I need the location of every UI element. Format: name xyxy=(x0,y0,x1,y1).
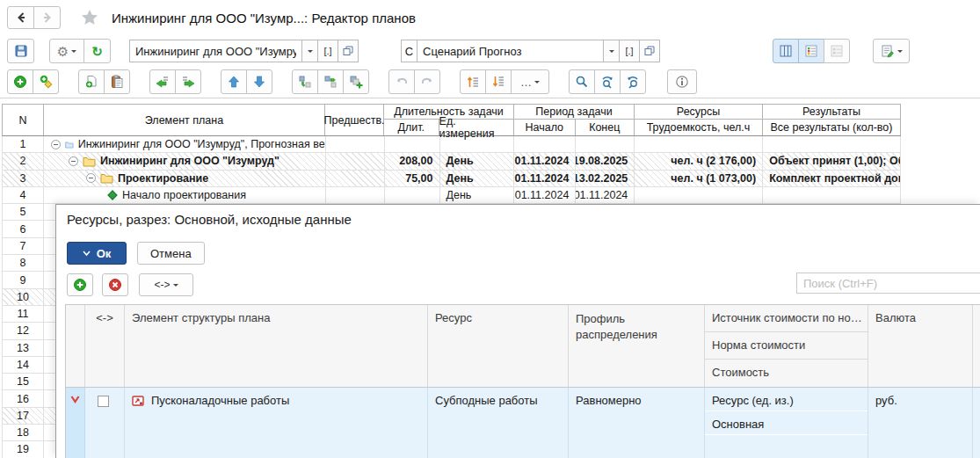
dialog-delete-button[interactable] xyxy=(102,273,128,296)
header-currency[interactable]: Валюта xyxy=(868,305,973,387)
row-number: 15 xyxy=(3,374,44,389)
info-button[interactable] xyxy=(667,69,697,94)
view-columns-button[interactable] xyxy=(773,39,799,63)
colored-list-view-icon xyxy=(804,44,818,58)
header-unit[interactable]: Ед. измерения xyxy=(439,120,513,135)
plan-open-button[interactable] xyxy=(338,40,359,62)
chevron-down-icon xyxy=(534,81,540,84)
row-number: 18 xyxy=(3,425,44,440)
add-group xyxy=(7,69,59,94)
header-duration-group[interactable]: Длительность задачи Длит. Ед. измерения xyxy=(384,105,514,135)
sort-ascending-button[interactable] xyxy=(460,69,486,94)
redo-button[interactable] xyxy=(414,69,440,94)
row-element-cell: Пусконаладочные работы xyxy=(125,388,428,458)
scenario-select-button[interactable]: [.] xyxy=(619,40,640,62)
save-button[interactable] xyxy=(7,39,34,63)
header-profile[interactable]: Профиль распределения xyxy=(569,305,705,387)
collapse-toggle[interactable] xyxy=(51,140,61,149)
header-predecessor[interactable]: Предшеств. xyxy=(325,105,384,135)
move-up-button[interactable] xyxy=(221,69,247,94)
search-icon xyxy=(575,75,589,89)
header-results[interactable]: Все результаты (кол-во) xyxy=(763,120,900,135)
scenario-open-button[interactable] xyxy=(639,40,660,62)
search-previous-button[interactable] xyxy=(620,69,646,94)
table-row[interactable]: 3 Проектирование 75,00 День 01.11.2024 1… xyxy=(2,171,901,187)
indent-button[interactable] xyxy=(175,69,201,94)
copy-button[interactable] xyxy=(78,69,105,94)
table-row[interactable]: 2 Инжиниринг для ООО "Изумруд" 208,00 Де… xyxy=(2,153,901,170)
search-button[interactable] xyxy=(569,69,595,94)
view-compact-button[interactable] xyxy=(824,39,850,63)
paste-button[interactable] xyxy=(104,69,130,94)
indent-group xyxy=(149,69,201,94)
add-to-group-button[interactable] xyxy=(343,69,369,94)
header-resource[interactable]: Ресурс xyxy=(428,305,569,387)
refresh-icon: ↻ xyxy=(91,45,103,58)
table-row[interactable]: 1 Инжиниринг для ООО "Изумруд", Прогнозн… xyxy=(2,136,901,153)
header-end[interactable]: Конец xyxy=(576,120,635,135)
add-row-button[interactable] xyxy=(7,69,33,94)
collapse-toggle[interactable] xyxy=(86,173,96,183)
back-button[interactable] xyxy=(7,6,34,29)
work-task-icon xyxy=(132,395,145,407)
ok-button[interactable]: Ок xyxy=(67,242,127,265)
view-list-button[interactable] xyxy=(798,39,824,63)
table-row[interactable]: 4 Начало проектирования День 01.11.2024 … xyxy=(2,187,901,204)
dialog-add-button[interactable] xyxy=(67,273,93,296)
settings-button[interactable]: ⚙ xyxy=(49,39,84,63)
row-number: 8 xyxy=(3,255,44,271)
move-to-group-button[interactable] xyxy=(292,69,318,94)
more-actions-button[interactable]: … xyxy=(511,69,549,94)
chevron-down-icon xyxy=(609,50,614,53)
plan-dropdown-button[interactable] xyxy=(302,40,318,62)
cancel-button[interactable]: Отмена xyxy=(137,242,205,265)
row-number: 17 xyxy=(3,408,44,424)
header-cost-source[interactable]: Источник стоимости по но… xyxy=(705,305,867,332)
plan-element-label: Начало проектирования xyxy=(122,189,246,201)
scenario-dropdown-button[interactable] xyxy=(604,40,620,62)
header-labor[interactable]: Трудоемкость, чел.ч xyxy=(635,120,762,135)
header-results-group[interactable]: Результаты Все результаты (кол-во) xyxy=(763,105,901,135)
outdent-button[interactable] xyxy=(149,69,176,94)
plan-input[interactable] xyxy=(129,40,302,62)
header-n[interactable]: N xyxy=(3,105,44,135)
row-cost-source: Ресурс (ед. из.) xyxy=(705,388,867,411)
search-next-button[interactable] xyxy=(594,69,621,94)
row-number: 19 xyxy=(3,441,44,457)
open-window-icon xyxy=(343,46,353,56)
sort-descending-button[interactable] xyxy=(485,69,512,94)
undo-button[interactable] xyxy=(388,69,415,94)
header-cost[interactable]: Стоимость xyxy=(705,360,867,387)
header-period-group[interactable]: Период задачи Начало Конец xyxy=(514,105,635,135)
dialog-search-input[interactable] xyxy=(796,273,980,294)
favorite-star-icon[interactable] xyxy=(80,8,99,27)
header-structure-element[interactable]: Элемент структуры плана xyxy=(125,305,428,387)
header-cost-norm[interactable]: Норма стоимости xyxy=(705,332,867,360)
row-checkbox[interactable] xyxy=(98,396,109,407)
document-pencil-icon xyxy=(881,44,895,58)
add-icon xyxy=(73,278,87,292)
dialog-table-row[interactable]: Пусконаладочные работы Субподные работы … xyxy=(65,388,980,458)
move-out-of-group-button[interactable] xyxy=(317,69,344,94)
plan-select-button[interactable]: [.] xyxy=(317,40,338,62)
forward-button[interactable] xyxy=(33,6,61,29)
folder-yellow-icon xyxy=(83,156,96,167)
edit-toolbar: … xyxy=(0,69,980,95)
swap-menu-button[interactable]: <-> xyxy=(139,273,193,296)
header-element[interactable]: Элемент плана xyxy=(44,105,325,135)
header-duration[interactable]: Длит. xyxy=(384,120,439,135)
row-number: 5 xyxy=(3,204,44,220)
header-start[interactable]: Начало xyxy=(514,120,576,135)
edit-plan-menu-button[interactable] xyxy=(873,39,910,63)
add-milestone-button[interactable] xyxy=(33,69,59,94)
refresh-button[interactable]: ↻ xyxy=(83,39,111,63)
header-resources-group[interactable]: Ресурсы Трудоемкость, чел.ч xyxy=(635,105,763,135)
history-nav xyxy=(7,6,61,29)
collapse-toggle[interactable] xyxy=(69,156,78,166)
search-previous-icon xyxy=(626,75,640,89)
move-down-button[interactable] xyxy=(246,69,272,94)
header-swap[interactable]: <-> xyxy=(85,305,125,387)
row-number: 14 xyxy=(3,357,44,373)
view-mode-group xyxy=(773,39,850,63)
scenario-input[interactable] xyxy=(417,40,604,62)
